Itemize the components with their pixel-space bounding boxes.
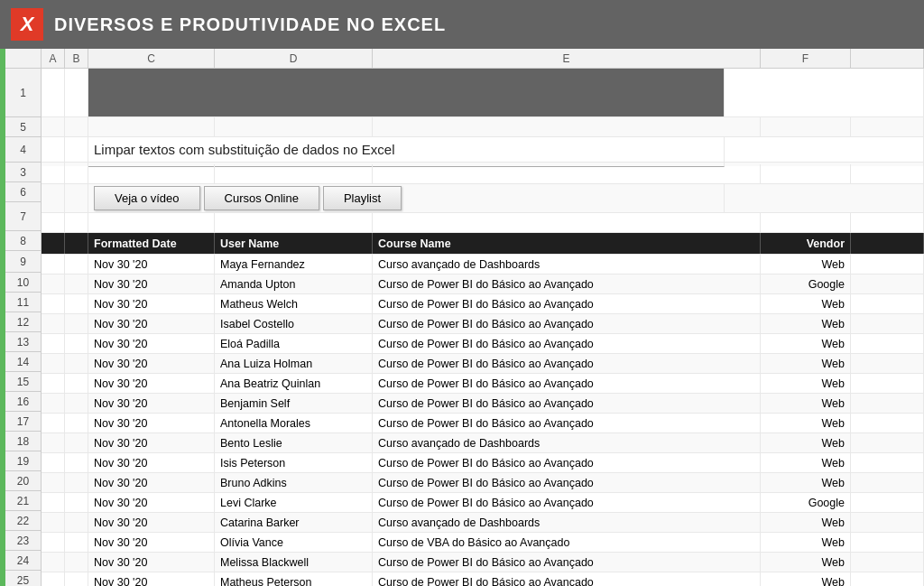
row-1 [42, 69, 924, 117]
row-numbers-column: 1543678910111213141516171819202122232425… [5, 49, 42, 586]
table-cell: Web [761, 374, 851, 393]
col-header-a: A [42, 49, 65, 68]
cell-4a [42, 137, 65, 162]
cell-7b [65, 184, 88, 212]
table-row: Nov 30 '20Maya FernandezCurso avançado d… [42, 255, 924, 274]
cell-6rest [851, 164, 924, 183]
data-rows: Limpar textos com substituição de dados … [42, 69, 924, 586]
row-6 [42, 164, 924, 184]
table-header-course-name: Course Name [373, 233, 761, 254]
table-cell: Nov 30 '20 [88, 453, 215, 472]
table-row: Nov 30 '20Olívia VanceCurso de VBA do Bá… [42, 533, 924, 553]
table-cell [65, 513, 88, 532]
table-cell [42, 493, 65, 512]
table-cell [851, 433, 924, 452]
column-headers-row: A B C D E F [42, 49, 924, 69]
table-cell: Eloá Padilla [215, 334, 373, 353]
table-cell [851, 334, 924, 353]
table-cell: Curso de Power BI do Básico ao Avançado [373, 334, 761, 353]
table-cell: Nov 30 '20 [88, 533, 215, 552]
col-header-d: D [215, 49, 373, 68]
table-header-rest [851, 233, 924, 254]
cell-7rest [725, 184, 924, 212]
table-cell: Nov 30 '20 [88, 255, 215, 274]
cell-5e [373, 117, 761, 136]
table-cell [65, 414, 88, 433]
table-cell [65, 553, 88, 572]
cursos-online-button[interactable]: Cursos Online [204, 186, 319, 210]
table-cell: Nov 30 '20 [88, 473, 215, 492]
table-cell: Curso de VBA do Básico ao Avançado [373, 533, 761, 552]
cell-8d [215, 213, 373, 232]
table-cell: Ana Beatriz Quinlan [215, 374, 373, 393]
table-cell: Isis Peterson [215, 453, 373, 472]
table-row: Nov 30 '20Bruno AdkinsCurso de Power BI … [42, 473, 924, 493]
table-cell: Web [761, 572, 851, 586]
cell-6a [42, 164, 65, 183]
table-cell [851, 572, 924, 586]
table-cell: Maya Fernandez [215, 255, 373, 274]
spreadsheet-container: X DIVERSOS E PRODUTIVIDADE NO EXCEL 1543… [0, 0, 924, 586]
content-area: A B C D E F [42, 49, 924, 586]
cell-4c: Limpar textos com substituição de dados … [88, 137, 725, 162]
cell-8a [42, 213, 65, 232]
table-cell: Curso de Power BI do Básico ao Avançado [373, 374, 761, 393]
col-header-f: F [761, 49, 851, 68]
table-cell [42, 533, 65, 552]
row-4: Limpar textos com substituição de dados … [42, 137, 924, 163]
table-cell: Google [761, 274, 851, 293]
table-cell: Nov 30 '20 [88, 294, 215, 313]
cell-1rest [725, 69, 924, 116]
table-cell: Nov 30 '20 [88, 513, 215, 532]
table-header-user-name: User Name [215, 233, 373, 254]
table-cell: Nov 30 '20 [88, 414, 215, 433]
table-cell [65, 314, 88, 333]
table-cell: Curso avançado de Dashboards [373, 255, 761, 274]
table-cell: Nov 30 '20 [88, 572, 215, 586]
table-row: Nov 30 '20Levi ClarkeCurso de Power BI d… [42, 493, 924, 513]
table-cell: Web [761, 433, 851, 452]
table-cell [65, 255, 88, 274]
playlist-button[interactable]: Playlist [323, 186, 402, 210]
table-cell [65, 334, 88, 353]
table-row: Nov 30 '20Melissa BlackwellCurso de Powe… [42, 553, 924, 572]
table-cell [65, 374, 88, 393]
table-cell: Curso de Power BI do Básico ao Avançado [373, 572, 761, 586]
table-cell: Google [761, 493, 851, 512]
table-cell: Web [761, 414, 851, 433]
table-cell: Curso de Power BI do Básico ao Avançado [373, 473, 761, 492]
spreadsheet-grid: 1543678910111213141516171819202122232425… [0, 49, 924, 586]
table-cell: Matheus Peterson [215, 572, 373, 586]
table-cell: Curso de Power BI do Básico ao Avançado [373, 493, 761, 512]
table-row: Nov 30 '20Matheus PetersonCurso de Power… [42, 572, 924, 586]
table-cell [42, 394, 65, 413]
table-header-formatted-date: Formatted Date [88, 233, 215, 254]
top-corner [5, 49, 42, 69]
table-cell [42, 255, 65, 274]
cell-6c [88, 164, 215, 183]
cell-8rest [851, 213, 924, 232]
table-cell [851, 553, 924, 572]
table-cell: Nov 30 '20 [88, 314, 215, 333]
col-header-e: E [373, 49, 761, 68]
cell-6b [65, 164, 88, 183]
table-cell: Web [761, 473, 851, 492]
table-cell [42, 572, 65, 586]
cell-8e [373, 213, 761, 232]
cell-4b [65, 137, 88, 162]
cell-6f [761, 164, 851, 183]
table-cell: Web [761, 453, 851, 472]
table-cell [65, 533, 88, 552]
table-cell: Web [761, 334, 851, 353]
table-cell: Web [761, 354, 851, 373]
table-header-col-b [65, 233, 88, 254]
cell-5d [215, 117, 373, 136]
table-cell: Curso de Power BI do Básico ao Avançado [373, 314, 761, 333]
cell-5a [42, 117, 65, 136]
table-cell: Nov 30 '20 [88, 354, 215, 373]
veja-video-button[interactable]: Veja o vídeo [94, 186, 200, 210]
table-cell: Curso de Power BI do Básico ao Avançado [373, 294, 761, 313]
table-cell [851, 294, 924, 313]
table-cell [65, 354, 88, 373]
table-cell [42, 294, 65, 313]
